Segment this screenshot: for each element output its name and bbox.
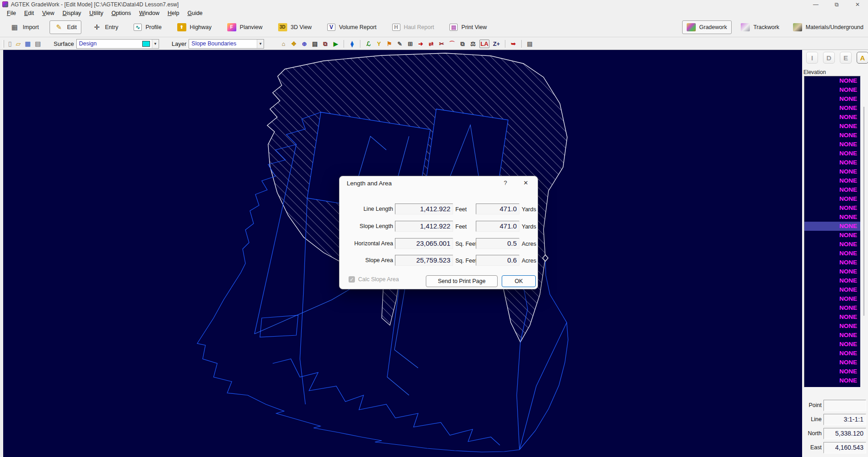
elevation-list-item[interactable]: NONE — [804, 240, 860, 249]
elevation-list-item[interactable]: NONE — [804, 340, 860, 349]
chevron-down-icon[interactable]: ▼ — [257, 40, 264, 48]
elevation-list-item[interactable]: NONE — [804, 185, 860, 194]
slope-area-sq-feet-field[interactable]: 25,759.523 — [395, 255, 453, 266]
status-field-line[interactable]: 3:1-1:1 — [823, 414, 866, 425]
toolbar-button-trackwork[interactable]: Trackwork — [736, 20, 784, 34]
elevation-list-item[interactable]: NONE — [804, 322, 860, 331]
elevation-list-item[interactable]: NONE — [804, 367, 860, 376]
elevation-list-item[interactable]: NONE — [804, 231, 860, 240]
elevation-list-item[interactable]: NONE — [804, 194, 860, 204]
sheets-icon[interactable]: ⧉ — [459, 40, 466, 48]
flag-pole-icon[interactable]: ⚑ — [385, 40, 393, 48]
save-icon[interactable]: ▦ — [25, 40, 31, 47]
horizontal-area-sq-feet-field[interactable]: 23,065.001 — [395, 238, 453, 249]
elevation-list-item[interactable]: NONE — [804, 204, 860, 213]
elevation-list-item[interactable]: NONE — [804, 222, 860, 231]
chevron-down-icon[interactable]: ▼ — [152, 40, 159, 48]
toolbar-button-planview[interactable]: FPlanview — [223, 20, 267, 34]
elevation-list-item[interactable]: NONE — [804, 294, 860, 303]
elevation-list-item[interactable]: NONE — [804, 267, 860, 276]
elevation-list-item[interactable]: NONE — [804, 276, 860, 285]
run-icon[interactable]: ▶ — [332, 40, 339, 48]
pan-hand-icon[interactable]: ✥ — [290, 40, 298, 48]
slope-length-yards-field[interactable]: 471.0 — [476, 221, 519, 232]
calc-slope-area-checkbox[interactable]: ✓ Calc Slope Area — [349, 276, 399, 283]
label-area-icon[interactable]: LA — [479, 40, 489, 48]
toolbar-grip[interactable] — [3, 40, 4, 48]
elevation-list-item[interactable]: NONE — [804, 358, 860, 367]
elevation-list-item[interactable]: NONE — [804, 285, 860, 294]
elevation-list-item[interactable]: NONE — [804, 131, 860, 140]
elevation-scrollbar[interactable] — [863, 107, 864, 316]
report-doc-icon[interactable]: ▤ — [526, 40, 534, 48]
menu-item-guide[interactable]: Guide — [183, 10, 206, 17]
elevation-list-item[interactable]: NONE — [804, 331, 860, 340]
swap-arrows-icon[interactable]: ⇄ — [427, 40, 435, 48]
balance-icon[interactable]: ⚖ — [469, 40, 477, 48]
elevation-list[interactable]: NONENONENONENONENONENONENONENONENONENONE… — [804, 76, 861, 387]
mode-d-button[interactable]: D — [823, 52, 835, 64]
elevation-list-item[interactable]: NONE — [804, 85, 860, 94]
toolbar-button-3d-view[interactable]: 3D3D View — [274, 20, 316, 34]
menu-item-utility[interactable]: Utility — [85, 10, 108, 17]
toolbar-button-highway[interactable]: ⬆Highway — [173, 20, 216, 34]
menu-item-help[interactable]: Help — [164, 10, 184, 17]
send-to-print-icon[interactable]: ➥ — [509, 40, 517, 48]
elevation-list-item[interactable]: NONE — [804, 349, 860, 358]
toolbar-button-profile[interactable]: ∿Profile — [129, 21, 166, 34]
menu-item-display[interactable]: Display — [59, 10, 85, 17]
toolbar-button-volume-report[interactable]: VVolume Report — [323, 21, 381, 34]
curve-icon[interactable]: ⌒ — [448, 40, 456, 48]
toolbar-button-materials-underground[interactable]: Materials/Underground — [788, 20, 868, 34]
ok-button[interactable]: OK — [502, 275, 536, 287]
menu-item-edit[interactable]: Edit — [20, 10, 38, 17]
export-grid-icon[interactable]: ▤ — [311, 40, 319, 48]
elevation-list-item[interactable]: NONE — [804, 158, 860, 167]
elevation-list-item[interactable]: NONE — [804, 376, 860, 385]
toolbar-button-entry[interactable]: ✛Entry — [88, 20, 123, 34]
trim-scissors-icon[interactable]: ✂ — [438, 40, 445, 48]
wye-icon[interactable]: Y — [375, 40, 383, 48]
toolbar-button-haul-report[interactable]: HHaul Report — [388, 21, 439, 34]
toolbar-button-edit[interactable]: ✎Edit — [50, 20, 81, 34]
elevation-list-item[interactable]: NONE — [804, 104, 860, 113]
line-length-icon[interactable]: ℒ — [364, 40, 372, 48]
elevation-list-item[interactable]: NONE — [804, 149, 860, 158]
elevation-list-item[interactable]: NONE — [804, 94, 860, 104]
restore-button[interactable]: ⧉ — [826, 1, 847, 8]
toolbar-button-gradework[interactable]: Gradework — [682, 20, 732, 34]
slope-area-acres-field[interactable]: 0.6 — [476, 255, 519, 266]
toolbar-button-import[interactable]: ▦Import — [5, 20, 43, 34]
dialog-title-bar[interactable]: Length and Area ? ✕ — [339, 176, 538, 190]
z-plus-icon[interactable]: Z+ — [492, 40, 501, 48]
mode-e-button[interactable]: E — [840, 52, 852, 64]
close-button[interactable]: ✕ — [847, 1, 868, 8]
mode-a-button[interactable]: A — [857, 52, 868, 64]
elevation-list-item[interactable]: NONE — [804, 213, 860, 222]
sketch-pencil-icon[interactable]: ✎ — [396, 40, 404, 48]
print-icon[interactable]: ▤ — [35, 40, 41, 47]
line-length-yards-field[interactable]: 471.0 — [476, 204, 519, 214]
elevation-list-item[interactable]: NONE — [804, 303, 860, 313]
minimize-button[interactable]: — — [805, 1, 826, 8]
menu-item-file[interactable]: File — [3, 10, 20, 17]
import-arrow-icon[interactable]: ➜ — [417, 40, 424, 48]
elevation-list-item[interactable]: NONE — [804, 313, 860, 322]
elevation-list-item[interactable]: NONE — [804, 258, 860, 267]
elevation-list-item[interactable]: NONE — [804, 176, 860, 185]
line-length-feet-field[interactable]: 1,412.922 — [395, 204, 453, 214]
mode-i-button[interactable]: I — [806, 52, 818, 64]
elevation-list-item[interactable]: NONE — [804, 76, 860, 85]
menu-item-options[interactable]: Options — [107, 10, 135, 17]
water-drop-icon[interactable]: ⧫ — [348, 40, 356, 48]
elevation-list-item[interactable]: NONE — [804, 249, 860, 258]
send-to-print-page-button[interactable]: Send to Print Page — [426, 275, 498, 287]
home-view-icon[interactable]: ⌂ — [279, 40, 287, 48]
menu-item-view[interactable]: View — [38, 10, 59, 17]
pad-table-icon[interactable]: ⊞ — [406, 40, 414, 48]
help-icon[interactable]: ? — [501, 179, 509, 186]
status-field-north[interactable]: 5,338.120 — [823, 428, 866, 439]
status-field-point[interactable] — [823, 400, 866, 411]
menu-item-window[interactable]: Window — [135, 10, 163, 17]
status-field-east[interactable]: 4,160.543 — [823, 442, 866, 453]
